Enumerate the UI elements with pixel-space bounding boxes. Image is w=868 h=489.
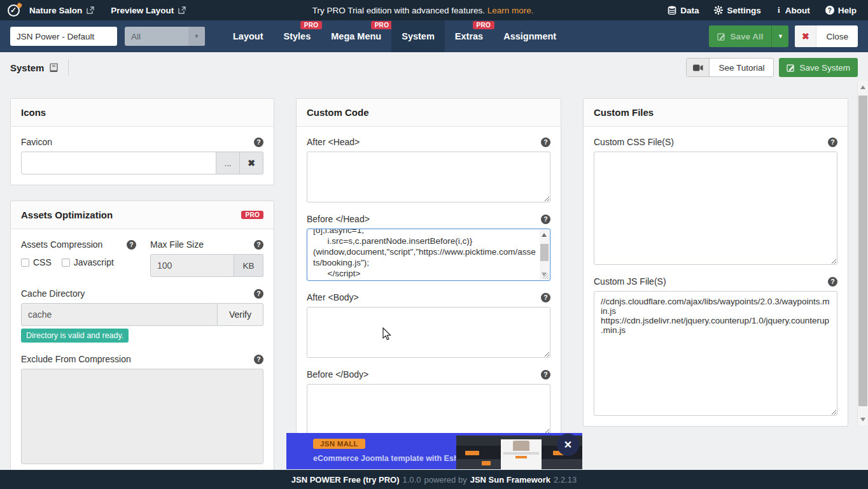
- exclude-compression-textarea[interactable]: [21, 369, 263, 464]
- info-icon: i: [776, 5, 781, 15]
- after-head-textarea[interactable]: [307, 152, 550, 202]
- site-name-link[interactable]: Nature Salon: [29, 6, 94, 15]
- help-icon[interactable]: ?: [541, 293, 550, 302]
- footer-product[interactable]: JSN POWER Free (try PRO): [291, 475, 400, 485]
- save-icon: [787, 64, 795, 72]
- favicon-label: Favicon: [21, 137, 52, 147]
- save-system-button[interactable]: Save System: [779, 58, 858, 77]
- icons-panel: Icons Favicon ? ... ✖: [10, 98, 274, 185]
- favicon-clear-button[interactable]: ✖: [240, 152, 263, 174]
- data-menu-item[interactable]: Data: [668, 6, 699, 15]
- custom-code-panel: Custom Code After <Head> ? Before </Head…: [296, 98, 561, 446]
- help-icon[interactable]: ?: [828, 277, 837, 287]
- custom-css-label: Custom CSS File(S): [594, 137, 674, 147]
- pro-badge: PRO: [473, 21, 495, 29]
- tab-system[interactable]: System: [391, 20, 445, 52]
- help-icon[interactable]: ?: [541, 138, 550, 147]
- book-icon[interactable]: [49, 63, 59, 73]
- style-filter-value: All: [125, 32, 141, 41]
- help-icon[interactable]: ?: [254, 138, 263, 147]
- style-filter-select[interactable]: All ▼: [125, 27, 205, 46]
- save-all-button[interactable]: Save All: [709, 25, 771, 47]
- ad-close-button[interactable]: ✕: [557, 434, 579, 456]
- close-icon: ✕: [564, 439, 572, 451]
- top-bar: ✓ Nature Salon Preview Layout Try PRO Tr…: [0, 0, 868, 20]
- cache-directory-label: Cache Directory: [21, 288, 85, 299]
- help-icon[interactable]: ?: [254, 355, 263, 364]
- jsn-mall-ad-banner[interactable]: JSN MALL eCommerce Joomla template with …: [286, 433, 582, 469]
- favicon-browse-button[interactable]: ...: [216, 152, 240, 174]
- promo-text: Try PRO Trial edition with advanced feat…: [312, 6, 485, 15]
- tab-styles[interactable]: PROStyles: [274, 20, 321, 52]
- close-button[interactable]: ✖ Close: [795, 25, 858, 47]
- see-tutorial-button[interactable]: See Tutorial: [686, 58, 774, 77]
- custom-js-label: Custom JS File(S): [594, 276, 666, 287]
- verify-button[interactable]: Verify: [218, 303, 263, 326]
- scroll-down-arrow-icon: [860, 418, 865, 422]
- tab-layout[interactable]: Layout: [223, 20, 274, 52]
- close-x-icon: ✖: [795, 25, 816, 47]
- max-file-size-input[interactable]: [150, 254, 234, 277]
- before-head-code: [o],i.async=1, i.src=s,c.parentNode.inse…: [307, 229, 538, 279]
- page-scrollbar[interactable]: [857, 82, 868, 425]
- help-icon[interactable]: ?: [254, 240, 263, 250]
- preview-layout-link[interactable]: Preview Layout: [111, 6, 186, 15]
- help-label: Help: [838, 6, 857, 15]
- custom-files-panel-title: Custom Files: [594, 107, 654, 118]
- before-body-label: Before </Body>: [307, 369, 368, 379]
- icons-panel-title: Icons: [21, 107, 46, 118]
- save-all-dropdown-toggle[interactable]: ▼: [771, 25, 788, 47]
- custom-js-textarea[interactable]: //cdnjs.cloudflare.com/ajax/libs/waypoin…: [594, 291, 837, 416]
- site-name: Nature Salon: [29, 6, 82, 15]
- cache-directory-input[interactable]: [21, 303, 218, 326]
- javascript-checkbox-label: Javascript: [74, 257, 114, 267]
- settings-menu-item[interactable]: Settings: [714, 6, 760, 15]
- tab-extras[interactable]: PROExtras: [445, 20, 493, 52]
- max-file-size-label: Max File Size: [150, 239, 204, 250]
- before-head-textarea[interactable]: [o],i.async=1, i.src=s,c.parentNode.inse…: [307, 229, 550, 281]
- topbar-menu: Data Settings i About ? Help: [668, 5, 868, 15]
- before-body-textarea[interactable]: [307, 384, 550, 435]
- chevron-down-icon: ▼: [188, 27, 205, 46]
- gear-icon: [714, 6, 723, 15]
- scrollbar-thumb: [858, 96, 867, 406]
- help-icon[interactable]: ?: [541, 370, 550, 379]
- pro-badge: PRO: [300, 21, 323, 29]
- javascript-checkbox[interactable]: [62, 259, 70, 267]
- external-link-icon: [87, 6, 94, 14]
- favicon-input[interactable]: [21, 152, 216, 174]
- tab-mega-menu[interactable]: PROMega Menu: [321, 20, 391, 52]
- resize-handle[interactable]: [543, 273, 549, 279]
- footer-powered: powered by: [424, 475, 466, 485]
- custom-css-textarea[interactable]: [594, 152, 837, 265]
- assets-compression-label: Assets Compression: [21, 239, 102, 250]
- help-icon[interactable]: ?: [254, 289, 263, 299]
- about-menu-item[interactable]: i About: [776, 5, 810, 15]
- template-name-input[interactable]: [10, 27, 117, 46]
- tab-assignment[interactable]: Assignment: [493, 20, 566, 52]
- assets-panel-title: Assets Optimization: [21, 209, 113, 220]
- divider: [68, 59, 69, 76]
- ad-badge: JSN MALL: [313, 439, 365, 449]
- help-icon[interactable]: ?: [828, 138, 837, 147]
- data-label: Data: [680, 6, 699, 15]
- help-icon[interactable]: ?: [127, 240, 136, 250]
- after-body-label: After <Body>: [307, 292, 359, 302]
- learn-more-link[interactable]: Learn more.: [487, 6, 534, 15]
- help-menu-item[interactable]: ? Help: [825, 6, 857, 15]
- cache-status-badge: Directory is valid and ready.: [21, 329, 129, 343]
- pro-badge: PRO: [371, 21, 393, 29]
- help-icon[interactable]: ?: [541, 215, 550, 224]
- assets-optimization-panel: Assets Optimization PRO Assets Compressi…: [10, 201, 274, 475]
- about-label: About: [785, 6, 810, 15]
- css-checkbox[interactable]: [21, 259, 29, 267]
- footer-framework[interactable]: JSN Sun Framework: [470, 475, 550, 485]
- exclude-compression-label: Exclude From Compression: [21, 354, 131, 364]
- database-icon: [668, 6, 676, 15]
- pro-promo-banner: Try PRO Trial edition with advanced feat…: [312, 6, 534, 15]
- settings-label: Settings: [727, 6, 760, 15]
- kb-unit-label: KB: [234, 254, 263, 277]
- before-head-label: Before </Head>: [307, 214, 370, 224]
- after-body-textarea[interactable]: [307, 307, 550, 358]
- textarea-scrollbar[interactable]: [540, 230, 549, 280]
